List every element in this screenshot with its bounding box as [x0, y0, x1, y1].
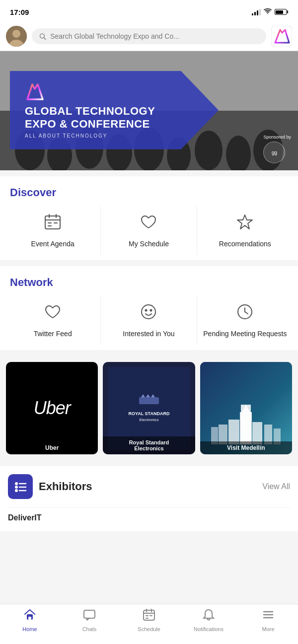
discover-section: Discover Event Agenda	[0, 176, 298, 260]
svg-line-32	[245, 312, 248, 314]
calendar-icon	[44, 213, 62, 233]
nav-notifications[interactable]: Notifications	[194, 608, 224, 632]
network-item-meetings[interactable]: Pending Meeting Requests	[197, 296, 293, 345]
banner-logo	[25, 82, 45, 102]
network-item-interested[interactable]: Interested in You	[101, 296, 197, 345]
svg-marker-34	[141, 394, 145, 397]
nav-home[interactable]: Home	[15, 608, 45, 632]
svg-point-29	[150, 310, 152, 311]
svg-point-47	[15, 486, 18, 489]
exhibitor-name: DeliverIT	[8, 513, 290, 522]
banner-title: GLOBAL TECHNOLOGY EXPO & CONFERENCE	[25, 105, 179, 131]
sponsor-badge: gg	[263, 142, 285, 163]
network-label-interested: Interested in You	[123, 329, 174, 338]
discover-item-schedule[interactable]: My Schedule	[101, 206, 197, 255]
network-item-twitter[interactable]: Twitter Feed	[5, 296, 101, 345]
nav-more-label: More	[262, 626, 274, 632]
network-label-twitter: Twitter Feed	[34, 329, 72, 338]
svg-point-28	[146, 310, 147, 311]
banner: GLOBAL TECHNOLOGY EXPO & CONFERENCE ALL …	[0, 51, 298, 170]
partner-royal[interactable]: ROYAL STANDARDElectronics Royal Standard…	[103, 362, 195, 454]
nav-chats[interactable]: Chats	[74, 608, 104, 632]
exhibitors-section: Exhibitors View All DeliverIT	[0, 466, 298, 531]
search-input[interactable]	[50, 32, 259, 40]
svg-point-27	[142, 305, 155, 319]
svg-line-4	[44, 38, 45, 39]
wifi-icon	[264, 8, 272, 16]
partner-medellin[interactable]: Visit Medellín	[200, 362, 292, 454]
sponsored-section: Sponsored by gg	[263, 135, 291, 163]
chat-icon	[83, 608, 96, 624]
partner-uber[interactable]: Uber Uber	[6, 362, 98, 454]
svg-point-48	[15, 489, 18, 492]
partner-medellin-label: Visit Medellín	[200, 441, 292, 454]
svg-rect-55	[144, 610, 154, 620]
svg-rect-53	[28, 617, 31, 620]
partner-uber-label: Uber	[6, 441, 98, 454]
nav-schedule[interactable]: Schedule	[134, 608, 164, 632]
svg-rect-33	[139, 397, 159, 404]
network-title: Network	[5, 276, 293, 296]
svg-rect-19	[45, 216, 60, 229]
royal-logo-icon	[139, 393, 159, 408]
svg-rect-38	[240, 412, 252, 444]
nav-schedule-label: Schedule	[138, 626, 160, 632]
bell-icon	[202, 608, 215, 624]
svg-rect-5	[271, 26, 292, 47]
smiley-icon	[140, 303, 157, 323]
twitter-heart-icon	[44, 303, 62, 323]
svg-marker-26	[237, 215, 252, 229]
discover-label-schedule: My Schedule	[129, 239, 169, 248]
view-all-button[interactable]: View All	[262, 482, 290, 491]
exhibitors-header: Exhibitors View All	[8, 474, 290, 499]
svg-marker-35	[146, 394, 150, 397]
svg-point-15	[195, 131, 223, 170]
network-label-meetings: Pending Meeting Requests	[203, 329, 287, 338]
home-icon	[23, 608, 36, 624]
exhibitor-item[interactable]: DeliverIT	[8, 507, 290, 528]
network-section: Network Twitter Feed Interested in You	[0, 266, 298, 350]
list-icon	[13, 479, 28, 494]
svg-marker-18	[27, 84, 43, 99]
svg-point-1	[12, 30, 20, 38]
banner-overlay: GLOBAL TECHNOLOGY EXPO & CONFERENCE ALL …	[10, 71, 219, 149]
menu-icon	[262, 608, 275, 624]
nav-chats-label: Chats	[82, 626, 97, 632]
status-icons	[252, 8, 289, 16]
clock-icon	[236, 303, 254, 323]
discover-item-agenda[interactable]: Event Agenda	[5, 206, 101, 255]
nav-home-label: Home	[22, 626, 37, 632]
sponsored-text: Sponsored by	[263, 135, 291, 140]
battery-icon	[275, 9, 289, 15]
royal-logo-text: ROYAL STANDARDElectronics	[129, 411, 170, 423]
uber-logo-text: Uber	[34, 398, 71, 419]
discover-label-agenda: Event Agenda	[31, 239, 74, 248]
search-bar[interactable]	[32, 28, 266, 44]
discover-item-recommendations[interactable]: Recomendations	[197, 206, 293, 255]
signal-icon	[252, 8, 261, 15]
svg-point-46	[15, 482, 18, 485]
exhibitors-icon-box	[8, 474, 33, 499]
header	[0, 22, 298, 51]
bottom-nav: Home Chats Schedule	[0, 604, 298, 644]
svg-rect-40	[228, 420, 239, 444]
discover-label-recommendations: Recomendations	[219, 239, 271, 248]
star-icon	[236, 213, 254, 233]
heart-icon	[140, 213, 157, 233]
schedule-icon	[143, 608, 155, 624]
nav-notifications-label: Notifications	[194, 626, 224, 632]
partner-royal-label: Royal Standard Electronics	[103, 436, 195, 454]
nav-more[interactable]: More	[253, 608, 283, 632]
svg-marker-36	[151, 394, 155, 397]
status-time: 17:09	[10, 8, 29, 16]
exhibitors-left: Exhibitors	[8, 474, 92, 499]
banner-subtitle: ALL ABOUT TECHNOLOGY	[25, 133, 179, 139]
network-grid: Twitter Feed Interested in You	[5, 296, 293, 345]
svg-rect-54	[84, 610, 95, 618]
avatar[interactable]	[6, 26, 27, 47]
status-bar: 17:09	[0, 0, 298, 22]
exhibitors-title: Exhibitors	[39, 480, 92, 493]
partners-section: Uber Uber ROYAL STANDARDElectronics Roya…	[0, 356, 298, 460]
discover-grid: Event Agenda My Schedule Recomendations	[5, 206, 293, 255]
discover-title: Discover	[5, 186, 293, 206]
